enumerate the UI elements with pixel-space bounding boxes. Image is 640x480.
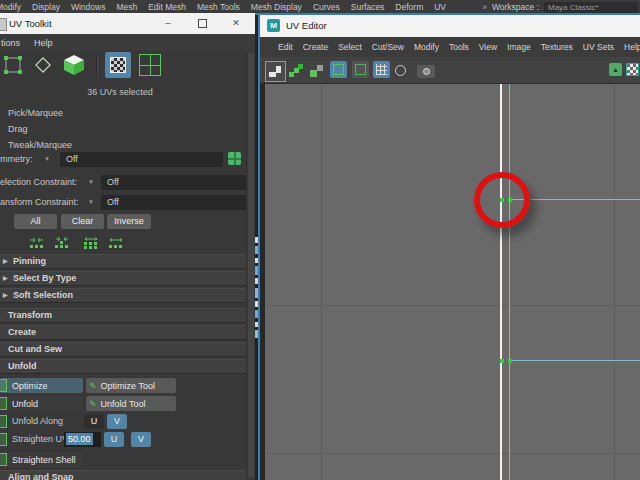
workspace-field[interactable]: Maya Classic*	[544, 2, 638, 13]
uv-menu-uv-sets[interactable]: UV Sets	[583, 42, 614, 52]
section-align-and-snap[interactable]: Align and Snap	[0, 470, 247, 480]
menu-curves[interactable]: Curves	[313, 2, 340, 12]
uv-shell-stack-icon[interactable]	[288, 63, 304, 79]
uv-menu-select[interactable]: Select	[338, 42, 362, 52]
uv-menu-textures[interactable]: Textures	[541, 42, 573, 52]
edge-loop-selection-icon[interactable]	[83, 236, 99, 254]
selection-constraint-field[interactable]: Off	[101, 175, 246, 190]
menu-modify[interactable]: Modify	[0, 2, 21, 12]
uv-editor-title: UV Editor	[286, 15, 327, 37]
unfold-along-u-button[interactable]: U	[84, 414, 104, 429]
dropdown-arrow-icon[interactable]: ▼	[88, 195, 94, 210]
canvas-grid-line-vertical	[614, 84, 615, 480]
uv-menu-edit[interactable]: Edit	[278, 42, 293, 52]
section-cut-and-sew[interactable]: Cut and Sew	[0, 342, 247, 357]
workspace-label: Workspace :	[492, 2, 539, 12]
grow-selection-icon[interactable]	[54, 236, 70, 254]
menu-deform[interactable]: Deform	[395, 2, 423, 12]
selection-constraint-label: election Constraint:	[0, 175, 77, 190]
symmetry-icon[interactable]	[228, 152, 241, 165]
clear-selection-button[interactable]: Clear	[61, 214, 104, 229]
optimize-tool-button[interactable]: ✎ Optimize Tool	[86, 378, 176, 393]
shell-border-active-icon[interactable]	[330, 61, 347, 78]
optimize-button[interactable]: Optimize	[0, 378, 83, 393]
transform-constraint-field[interactable]: Off	[101, 195, 246, 210]
straighten-u-button[interactable]: U	[104, 432, 124, 447]
selected-input-text: 50.00	[66, 433, 93, 445]
symmetry-field[interactable]: Off	[60, 152, 223, 167]
maximize-button[interactable]	[194, 13, 210, 34]
menu-windows[interactable]: Windows	[71, 2, 105, 12]
shrink-selection-icon[interactable]	[29, 236, 45, 254]
uv-snapshot-icon[interactable]	[417, 65, 435, 78]
uv-menu-help[interactable]: Help	[624, 42, 640, 52]
unfold-along-v-button[interactable]: V	[107, 414, 127, 429]
uv-editor-titlebar[interactable]: M UV Editor	[260, 15, 640, 37]
minimize-button[interactable]: –	[160, 13, 176, 34]
menu-uv[interactable]: UV	[434, 2, 446, 12]
scrollbar-thumb[interactable]	[248, 53, 254, 477]
uv-point[interactable]	[508, 359, 512, 363]
unfold-tool-button[interactable]: ✎ Unfold Tool	[86, 396, 176, 411]
uv-edge-cyan-hline	[511, 360, 640, 361]
selection-status: 36 UVs selected	[0, 85, 240, 100]
uv-distortion-icon[interactable]	[265, 61, 286, 82]
uv-menu-image[interactable]: Image	[507, 42, 531, 52]
edge-ring-selection-icon[interactable]	[108, 236, 124, 254]
pixel-snap-icon[interactable]	[393, 63, 409, 79]
transform-constraint-label: ansform Constraint:	[0, 195, 79, 210]
uv-edge-cyan-vline	[509, 84, 510, 480]
uv-menu-modify[interactable]: Modify	[414, 42, 439, 52]
uv-point[interactable]	[500, 359, 504, 363]
dropdown-arrow-icon[interactable]: ▼	[44, 152, 50, 167]
marquee-select-icon[interactable]	[3, 55, 23, 79]
inverse-selection-button[interactable]: Inverse	[107, 214, 151, 229]
section-create[interactable]: Create	[0, 325, 247, 340]
uv-edge-cyan-hline	[511, 199, 640, 200]
grid-toggle-active-icon[interactable]	[373, 61, 390, 78]
close-button[interactable]: ✕	[228, 13, 244, 34]
select-all-button[interactable]: All	[14, 214, 57, 229]
optimize-tool-icon: ✎	[89, 381, 97, 391]
toolbar-separator	[96, 55, 98, 77]
mode-tweak-marquee[interactable]: Tweak/Marquee	[8, 138, 72, 153]
checker-map-icon[interactable]	[626, 63, 639, 76]
mode-drag[interactable]: Drag	[8, 122, 28, 137]
menubar-overflow-chevron-icon[interactable]: »	[482, 2, 487, 12]
uv-shell-part-icon[interactable]	[309, 63, 325, 79]
unfold-button[interactable]: Unfold	[0, 396, 83, 411]
straighten-shell-button[interactable]: Straighten Shell	[0, 452, 83, 467]
section-soft-selection[interactable]: ▶ Soft Selection	[0, 288, 247, 303]
menu-display[interactable]: Display	[32, 2, 60, 12]
uv-menu-view[interactable]: View	[479, 42, 497, 52]
options-menu[interactable]: tions	[1, 38, 20, 48]
shell-border-icon[interactable]	[352, 61, 369, 78]
help-menu[interactable]: Help	[34, 38, 53, 48]
diamond-select-icon[interactable]	[32, 54, 54, 80]
panel-icon	[0, 18, 7, 31]
section-pinning[interactable]: ▶ Pinning	[0, 254, 247, 269]
uv-shell-select-icon[interactable]	[105, 52, 131, 78]
grid-select-icon[interactable]	[139, 54, 161, 76]
menu-edit-mesh[interactable]: Edit Mesh	[148, 2, 186, 12]
menu-surfaces[interactable]: Surfaces	[351, 2, 385, 12]
image-display-icon[interactable]: ▲	[609, 63, 622, 76]
section-unfold[interactable]: Unfold	[0, 359, 247, 374]
uv-menu-cut-sew[interactable]: Cut/Sew	[372, 42, 404, 52]
straighten-angle-input[interactable]: 50.00	[64, 432, 101, 447]
menu-mesh-display[interactable]: Mesh Display	[251, 2, 302, 12]
mode-pick-marquee[interactable]: Pick/Marquee	[8, 106, 63, 121]
toolkit-scrollbar[interactable]	[246, 51, 255, 480]
dropdown-arrow-icon[interactable]: ▼	[88, 175, 94, 190]
uv-menu-tools[interactable]: Tools	[449, 42, 469, 52]
uv-menu-create[interactable]: Create	[303, 42, 329, 52]
straighten-v-button[interactable]: V	[131, 432, 151, 447]
uv-toolkit-titlebar[interactable]: UV Toolkit – ✕	[0, 13, 255, 34]
uv-canvas[interactable]	[265, 84, 640, 480]
section-transform[interactable]: Transform	[0, 308, 247, 323]
menu-mesh[interactable]: Mesh	[116, 2, 137, 12]
straighten-shell-icon	[0, 453, 7, 466]
cube-view-icon[interactable]	[62, 53, 86, 80]
menu-mesh-tools[interactable]: Mesh Tools	[197, 2, 240, 12]
section-select-by-type[interactable]: ▶ Select By Type	[0, 271, 247, 286]
